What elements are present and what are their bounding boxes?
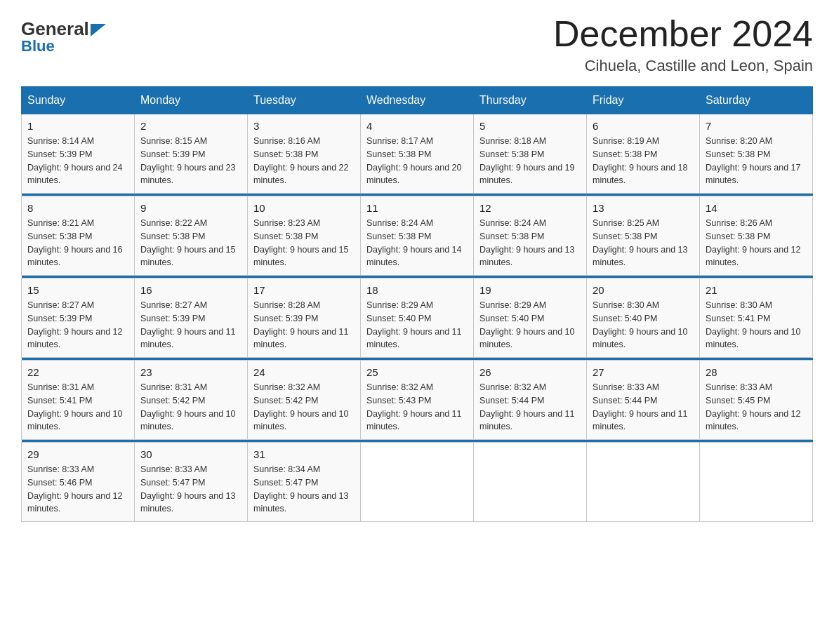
day-info: Sunrise: 8:25 AM Sunset: 5:38 PM Dayligh… (593, 217, 694, 269)
calendar-cell: 11 Sunrise: 8:24 AM Sunset: 5:38 PM Dayl… (361, 196, 474, 276)
page-title: December 2024 (553, 14, 813, 54)
calendar-cell: 24 Sunrise: 8:32 AM Sunset: 5:42 PM Dayl… (248, 361, 361, 440)
day-number: 19 (479, 284, 581, 296)
calendar-week-row: 15 Sunrise: 8:27 AM Sunset: 5:39 PM Dayl… (22, 279, 813, 358)
day-info: Sunrise: 8:26 AM Sunset: 5:38 PM Dayligh… (706, 217, 807, 269)
day-info: Sunrise: 8:28 AM Sunset: 5:39 PM Dayligh… (253, 299, 355, 351)
calendar-cell (474, 443, 587, 522)
day-info: Sunrise: 8:15 AM Sunset: 5:39 PM Dayligh… (140, 135, 241, 187)
day-info: Sunrise: 8:20 AM Sunset: 5:38 PM Dayligh… (706, 135, 807, 187)
day-number: 13 (593, 202, 694, 214)
day-info: Sunrise: 8:21 AM Sunset: 5:38 PM Dayligh… (27, 217, 128, 269)
day-number: 31 (253, 448, 355, 460)
logo-blue-text: Blue (21, 37, 55, 55)
calendar-cell: 17 Sunrise: 8:28 AM Sunset: 5:39 PM Dayl… (248, 279, 361, 358)
calendar-cell: 18 Sunrise: 8:29 AM Sunset: 5:40 PM Dayl… (361, 279, 474, 358)
calendar-cell (361, 443, 474, 522)
calendar-cell: 30 Sunrise: 8:33 AM Sunset: 5:47 PM Dayl… (135, 443, 248, 522)
day-info: Sunrise: 8:32 AM Sunset: 5:42 PM Dayligh… (253, 381, 355, 434)
calendar-cell: 29 Sunrise: 8:33 AM Sunset: 5:46 PM Dayl… (22, 443, 135, 522)
calendar-cell: 19 Sunrise: 8:29 AM Sunset: 5:40 PM Dayl… (474, 279, 587, 358)
col-header-wednesday: Wednesday (361, 87, 474, 114)
calendar-header-row: Sunday Monday Tuesday Wednesday Thursday… (22, 87, 813, 114)
day-info: Sunrise: 8:32 AM Sunset: 5:44 PM Dayligh… (479, 381, 581, 434)
day-info: Sunrise: 8:19 AM Sunset: 5:38 PM Dayligh… (593, 135, 694, 187)
calendar-cell: 14 Sunrise: 8:26 AM Sunset: 5:38 PM Dayl… (700, 196, 813, 276)
day-number: 22 (27, 366, 128, 378)
day-info: Sunrise: 8:31 AM Sunset: 5:41 PM Dayligh… (27, 381, 128, 434)
day-info: Sunrise: 8:29 AM Sunset: 5:40 PM Dayligh… (366, 299, 468, 351)
calendar-cell: 7 Sunrise: 8:20 AM Sunset: 5:38 PM Dayli… (700, 114, 813, 194)
day-number: 6 (593, 120, 694, 132)
day-number: 2 (140, 120, 241, 132)
calendar-cell: 27 Sunrise: 8:33 AM Sunset: 5:44 PM Dayl… (587, 361, 700, 440)
day-number: 8 (27, 202, 128, 214)
calendar-cell: 16 Sunrise: 8:27 AM Sunset: 5:39 PM Dayl… (135, 279, 248, 358)
calendar-cell (700, 443, 813, 522)
day-number: 28 (706, 366, 807, 378)
day-info: Sunrise: 8:33 AM Sunset: 5:44 PM Dayligh… (593, 381, 694, 434)
day-number: 4 (366, 120, 468, 132)
col-header-monday: Monday (135, 87, 248, 114)
day-number: 29 (27, 448, 128, 460)
day-info: Sunrise: 8:34 AM Sunset: 5:47 PM Dayligh… (253, 463, 355, 516)
calendar-week-row: 8 Sunrise: 8:21 AM Sunset: 5:38 PM Dayli… (22, 196, 813, 276)
calendar-cell: 2 Sunrise: 8:15 AM Sunset: 5:39 PM Dayli… (135, 114, 248, 194)
calendar-cell: 6 Sunrise: 8:19 AM Sunset: 5:38 PM Dayli… (587, 114, 700, 194)
col-header-friday: Friday (587, 87, 700, 114)
day-info: Sunrise: 8:18 AM Sunset: 5:38 PM Dayligh… (479, 135, 581, 187)
calendar-week-row: 22 Sunrise: 8:31 AM Sunset: 5:41 PM Dayl… (22, 361, 813, 440)
page-subtitle: Cihuela, Castille and Leon, Spain (553, 57, 813, 75)
calendar-cell: 10 Sunrise: 8:23 AM Sunset: 5:38 PM Dayl… (248, 196, 361, 276)
calendar-cell: 1 Sunrise: 8:14 AM Sunset: 5:39 PM Dayli… (22, 114, 135, 194)
day-number: 12 (479, 202, 581, 214)
day-number: 23 (140, 366, 241, 378)
day-info: Sunrise: 8:27 AM Sunset: 5:39 PM Dayligh… (27, 299, 128, 351)
calendar-cell: 3 Sunrise: 8:16 AM Sunset: 5:38 PM Dayli… (248, 114, 361, 194)
day-number: 30 (140, 448, 241, 460)
day-number: 24 (253, 366, 355, 378)
calendar-cell: 25 Sunrise: 8:32 AM Sunset: 5:43 PM Dayl… (361, 361, 474, 440)
day-number: 20 (593, 284, 694, 296)
day-number: 3 (253, 120, 355, 132)
calendar-cell: 9 Sunrise: 8:22 AM Sunset: 5:38 PM Dayli… (135, 196, 248, 276)
col-header-thursday: Thursday (474, 87, 587, 114)
day-info: Sunrise: 8:29 AM Sunset: 5:40 PM Dayligh… (479, 299, 581, 351)
day-number: 14 (706, 202, 807, 214)
day-info: Sunrise: 8:32 AM Sunset: 5:43 PM Dayligh… (366, 381, 468, 434)
svg-marker-0 (91, 24, 106, 36)
day-info: Sunrise: 8:33 AM Sunset: 5:45 PM Dayligh… (706, 381, 807, 434)
day-info: Sunrise: 8:31 AM Sunset: 5:42 PM Dayligh… (140, 381, 241, 434)
calendar-cell: 28 Sunrise: 8:33 AM Sunset: 5:45 PM Dayl… (700, 361, 813, 440)
day-number: 10 (253, 202, 355, 214)
day-info: Sunrise: 8:30 AM Sunset: 5:40 PM Dayligh… (593, 299, 694, 351)
col-header-sunday: Sunday (22, 87, 135, 114)
page-header: General Blue December 2024 Cihuela, Cast… (21, 14, 813, 75)
calendar-cell: 8 Sunrise: 8:21 AM Sunset: 5:38 PM Dayli… (22, 196, 135, 276)
day-number: 5 (479, 120, 581, 132)
calendar-cell: 12 Sunrise: 8:24 AM Sunset: 5:38 PM Dayl… (474, 196, 587, 276)
day-number: 7 (706, 120, 807, 132)
calendar-week-row: 1 Sunrise: 8:14 AM Sunset: 5:39 PM Dayli… (22, 114, 813, 194)
calendar-cell: 20 Sunrise: 8:30 AM Sunset: 5:40 PM Dayl… (587, 279, 700, 358)
calendar-cell (587, 443, 700, 522)
calendar-week-row: 29 Sunrise: 8:33 AM Sunset: 5:46 PM Dayl… (22, 443, 813, 522)
day-number: 18 (366, 284, 468, 296)
day-number: 27 (593, 366, 694, 378)
calendar-cell: 13 Sunrise: 8:25 AM Sunset: 5:38 PM Dayl… (587, 196, 700, 276)
title-block: December 2024 Cihuela, Castille and Leon… (553, 14, 813, 75)
calendar-cell: 4 Sunrise: 8:17 AM Sunset: 5:38 PM Dayli… (361, 114, 474, 194)
calendar-cell: 21 Sunrise: 8:30 AM Sunset: 5:41 PM Dayl… (700, 279, 813, 358)
day-number: 16 (140, 284, 241, 296)
day-info: Sunrise: 8:16 AM Sunset: 5:38 PM Dayligh… (253, 135, 355, 187)
day-info: Sunrise: 8:14 AM Sunset: 5:39 PM Dayligh… (27, 135, 128, 187)
day-info: Sunrise: 8:33 AM Sunset: 5:47 PM Dayligh… (140, 463, 241, 516)
day-info: Sunrise: 8:33 AM Sunset: 5:46 PM Dayligh… (27, 463, 128, 516)
day-number: 26 (479, 366, 581, 378)
day-number: 11 (366, 202, 468, 214)
day-info: Sunrise: 8:17 AM Sunset: 5:38 PM Dayligh… (366, 135, 468, 187)
calendar-cell: 15 Sunrise: 8:27 AM Sunset: 5:39 PM Dayl… (22, 279, 135, 358)
day-info: Sunrise: 8:24 AM Sunset: 5:38 PM Dayligh… (479, 217, 581, 269)
calendar-cell: 23 Sunrise: 8:31 AM Sunset: 5:42 PM Dayl… (135, 361, 248, 440)
day-info: Sunrise: 8:22 AM Sunset: 5:38 PM Dayligh… (140, 217, 241, 269)
